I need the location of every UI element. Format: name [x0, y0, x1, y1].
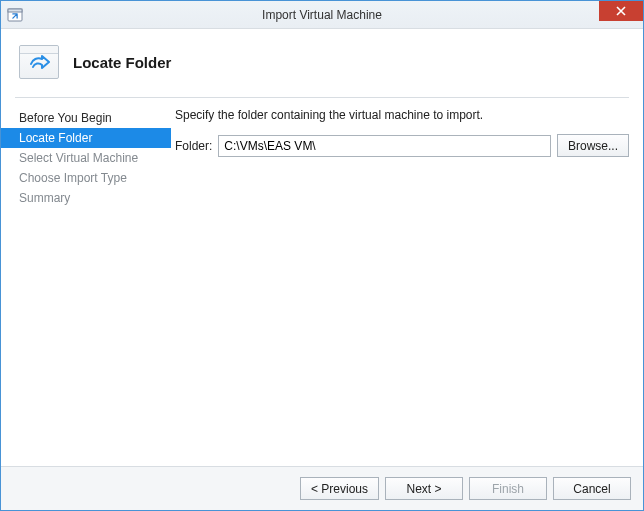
page-title: Locate Folder: [73, 54, 171, 71]
nav-item-before-you-begin[interactable]: Before You Begin: [1, 108, 171, 128]
next-button[interactable]: Next >: [385, 477, 463, 500]
wizard-body: Before You Begin Locate Folder Select Vi…: [1, 98, 643, 466]
instruction-text: Specify the folder containing the virtua…: [175, 108, 629, 122]
close-button[interactable]: [599, 1, 643, 21]
nav-item-select-virtual-machine: Select Virtual Machine: [1, 148, 171, 168]
cancel-button[interactable]: Cancel: [553, 477, 631, 500]
folder-label: Folder:: [175, 139, 212, 153]
app-icon: [7, 7, 23, 23]
titlebar: Import Virtual Machine: [1, 1, 643, 29]
nav-item-choose-import-type: Choose Import Type: [1, 168, 171, 188]
wizard-window: Import Virtual Machine Locate Folder Bef…: [0, 0, 644, 511]
wizard-footer: < Previous Next > Finish Cancel: [1, 466, 643, 510]
wizard-content: Specify the folder containing the virtua…: [171, 98, 643, 466]
window-title: Import Virtual Machine: [1, 8, 643, 22]
nav-item-summary: Summary: [1, 188, 171, 208]
import-icon: [19, 45, 59, 79]
previous-button[interactable]: < Previous: [300, 477, 379, 500]
wizard-nav: Before You Begin Locate Folder Select Vi…: [1, 98, 171, 466]
folder-row: Folder: Browse...: [175, 134, 629, 157]
svg-rect-1: [8, 9, 22, 12]
finish-button: Finish: [469, 477, 547, 500]
nav-item-locate-folder[interactable]: Locate Folder: [1, 128, 171, 148]
browse-button[interactable]: Browse...: [557, 134, 629, 157]
wizard-header: Locate Folder: [1, 29, 643, 97]
folder-input[interactable]: [218, 135, 551, 157]
